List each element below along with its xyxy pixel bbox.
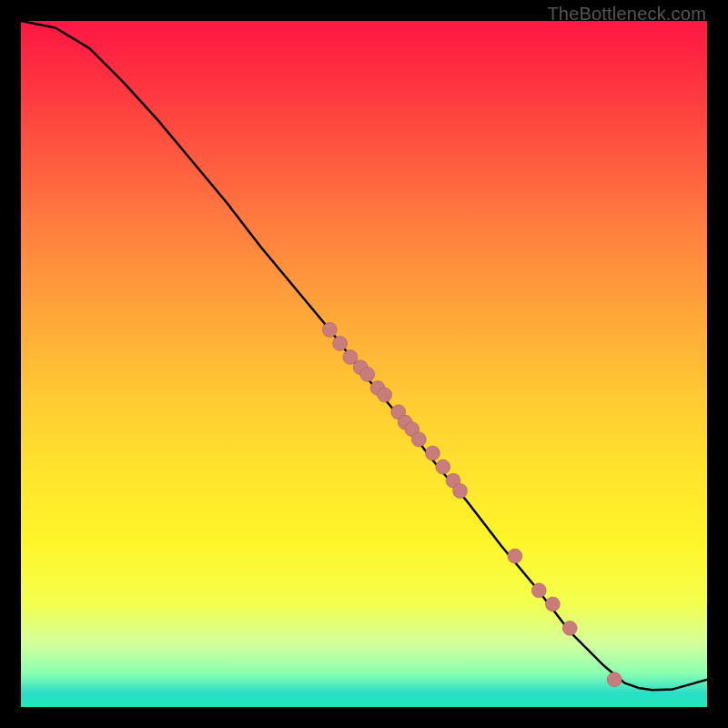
data-marker: [436, 460, 450, 474]
data-markers: [322, 322, 622, 687]
data-marker: [607, 672, 622, 687]
data-marker: [425, 446, 440, 460]
data-marker: [453, 483, 468, 498]
data-marker: [322, 322, 337, 337]
data-marker: [360, 367, 375, 381]
data-marker: [545, 597, 560, 612]
data-marker: [508, 549, 522, 563]
data-marker: [531, 583, 546, 598]
data-marker: [378, 388, 392, 402]
chart-overlay: [21, 21, 707, 707]
curve-line: [21, 21, 707, 690]
data-marker: [333, 336, 348, 350]
data-marker: [411, 432, 426, 447]
data-marker: [562, 621, 577, 635]
